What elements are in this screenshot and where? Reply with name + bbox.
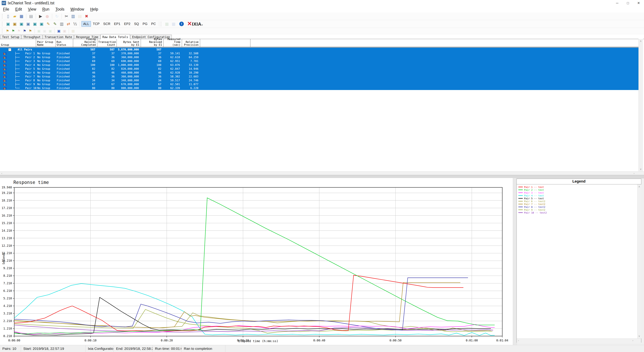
edit-pair-icon[interactable]: ✎ [45, 21, 51, 27]
column-header-measured-time-sec[interactable]: MeasuredTime (sec) [164, 39, 182, 47]
column-header-transaction-count[interactable]: TransactionCount [97, 39, 117, 47]
table-row-pair-5[interactable]: ├──Pair 5No GroupFinished8282820,000,000… [0, 67, 638, 71]
print-icon[interactable]: ▤ [28, 13, 34, 19]
tab-test-setup[interactable]: Test Setup [0, 35, 21, 39]
filter-sq[interactable]: SQ [132, 21, 140, 27]
add-voip-mc-group-icon[interactable]: ▣ [38, 21, 44, 27]
new-document-icon[interactable]: ▯ [5, 13, 11, 19]
column-header-bytes-received-by-e1[interactable]: Bytes Receivedby E1 [141, 39, 164, 47]
close-button[interactable]: ✕ [633, 0, 644, 6]
legend-item-pair-1-test[interactable]: Pair 1 -- test [518, 186, 547, 188]
menu-edit[interactable]: Edit [12, 6, 25, 12]
table-row-pair-7[interactable]: ├──Pair 7No GroupFinished3636360,000,000… [0, 75, 638, 78]
menu-run[interactable]: Run [39, 6, 52, 12]
chart-legend-splitter[interactable] [513, 178, 517, 345]
legend-item-pair-6-test2[interactable]: Pair 6 -- test2 [518, 200, 547, 203]
link-pairs-icon[interactable]: ▣ [56, 28, 62, 33]
y-tick-label: 5.210 [3, 297, 12, 300]
table-vertical-scrollbar[interactable]: ∧∨ [638, 39, 643, 171]
legend-item-pair-9-test2[interactable]: Pair 9 -- test2 [518, 208, 547, 211]
add-pair-group-icon[interactable]: ▣ [25, 21, 31, 27]
tab-raw-data-totals[interactable]: Raw Data Totals [100, 34, 130, 39]
response-time-chart-panel: Response time Seconds 19.94019.21018.210… [0, 178, 513, 345]
expander-icon[interactable]: − [8, 48, 11, 51]
info-icon[interactable]: ! [179, 22, 184, 26]
table-row-pair-8[interactable]: ├──Pair 8No GroupFinished3434340,000,000… [0, 78, 638, 82]
table-row-pair-10[interactable]: └──Pair 10No GroupFinished8080800,000,00… [0, 86, 638, 90]
menu-help[interactable]: Help [87, 6, 101, 12]
table-row-all-pairs[interactable]: −All Pairs5875875,870,000,000587 [0, 48, 638, 51]
open-folder-icon[interactable]: ▰ [12, 13, 18, 19]
renumber-pairs-icon[interactable]: ½ [72, 21, 78, 27]
tree-connector: ├── [15, 59, 20, 63]
column-header-timing-records-completed[interactable]: Timing RecordsCompleted [73, 39, 97, 47]
add-pair-icon[interactable]: ▣ [5, 21, 11, 27]
delete-icon[interactable]: ✖ [84, 13, 90, 19]
menu-tools[interactable]: Tools [52, 6, 68, 12]
legend-item-pair-4-test[interactable]: Pair 4 -- test [518, 194, 547, 197]
column-header-pair-group-name[interactable]: Pair GroupName [36, 39, 56, 47]
cut-icon[interactable]: ✂ [64, 13, 70, 19]
legend-item-pair-2-test[interactable]: Pair 2 -- test [518, 188, 547, 191]
tab-transaction-rate[interactable]: Transaction Rate [43, 35, 74, 39]
scroll-up-icon[interactable]: ∧ [638, 185, 640, 188]
scroll-left-icon[interactable]: ‹ [518, 339, 519, 342]
minimize-button[interactable]: ─ [612, 0, 622, 6]
save-icon[interactable]: ▦ [18, 13, 24, 19]
legend-vertical-scrollbar[interactable]: ∧∨ [637, 184, 641, 339]
legend-item-pair-5-test[interactable]: Pair 5 -- test [518, 197, 547, 200]
scroll-right-icon[interactable]: › [632, 339, 633, 342]
table-row-pair-2[interactable]: ├──Pair 2No GroupFinished3636360,000,000… [0, 55, 638, 59]
add-multicast-group-icon[interactable]: ▣ [32, 21, 38, 27]
legend-item-pair-3-test[interactable]: Pair 3 -- test [518, 191, 547, 194]
cell-pair-group: No Group [37, 71, 50, 75]
cell-pair-name: Pair 5 [25, 67, 35, 71]
table-horizontal-scrollbar[interactable]: ‹› [0, 171, 644, 175]
scroll-down-icon[interactable]: ∨ [640, 167, 642, 171]
run-with-options-flag-icon[interactable]: ⚑ [11, 28, 16, 33]
filter-pg[interactable]: PG [141, 21, 149, 27]
column-header-spacer[interactable] [200, 39, 250, 47]
add-hardware-pair-icon[interactable]: ▣ [18, 21, 24, 27]
table-row-pair-4[interactable]: ├──Pair 4No GroupFinished1001001,000,000… [0, 63, 638, 67]
abandon-run-flag-icon[interactable]: ⚑ [22, 28, 27, 33]
menu-view[interactable]: View [25, 6, 39, 12]
add-voip-pair-icon[interactable]: ▣ [12, 21, 18, 27]
legend-label: Pair 3 -- test [524, 191, 544, 194]
table-row-pair-3[interactable]: ├──Pair 3No GroupFinished6969690,000,000… [0, 59, 638, 63]
run-test-flag-icon[interactable]: ⚑ [5, 28, 10, 33]
scroll-down-icon[interactable]: ∨ [638, 334, 640, 338]
legend-item-pair-10-test2[interactable]: Pair 10 -- test2 [518, 211, 547, 214]
table-row-pair-1[interactable]: ├──Pair 1No GroupFinished3737370,000,000… [0, 51, 638, 55]
copy-icon[interactable]: ▥ [70, 13, 76, 19]
run-person-icon[interactable]: ▶ [38, 13, 44, 19]
panel-splitter[interactable] [0, 175, 644, 178]
column-header-relative-precision[interactable]: RelativePrecision [182, 39, 200, 47]
filter-all[interactable]: ALL [82, 21, 91, 27]
scroll-right-icon[interactable]: › [634, 171, 634, 175]
filter-ep2[interactable]: EP2 [122, 21, 132, 27]
legend-item-pair-7-test2[interactable]: Pair 7 -- test2 [518, 203, 547, 206]
replicate-pair-icon[interactable]: ▥ [59, 21, 65, 27]
maximize-button[interactable]: □ [622, 0, 633, 6]
legend-item-pair-8-test2[interactable]: Pair 8 -- test2 [518, 206, 547, 208]
cell-relative-precision: 6.220 [162, 86, 198, 90]
menu-window[interactable]: Window [68, 6, 87, 12]
filter-ep1[interactable]: EP1 [112, 21, 122, 27]
scroll-left-icon[interactable]: ‹ [1, 171, 2, 175]
filter-pc[interactable]: PC [150, 21, 158, 27]
scroll-up-icon[interactable]: ∧ [640, 39, 642, 43]
legend-horizontal-scrollbar[interactable]: ‹› [517, 339, 641, 343]
swap-endpoints-icon[interactable]: ⇄ [66, 21, 72, 27]
table-row-pair-6[interactable]: ├──Pair 6No GroupFinished4646460,000,000… [0, 71, 638, 75]
filter-scr[interactable]: SCR [102, 21, 112, 27]
table-row-pair-9[interactable]: ├──Pair 9No GroupFinished6767670,000,000… [0, 82, 638, 86]
column-header-run-status[interactable]: Run Status [56, 39, 73, 47]
menu-file[interactable]: File [0, 6, 12, 12]
pair-wizard-icon[interactable]: ✎ [52, 21, 58, 27]
save-results-flag-icon[interactable]: ⚑ [28, 28, 33, 33]
tab-throughput[interactable]: Throughput [22, 35, 42, 39]
filter-tcp[interactable]: TCP [91, 21, 101, 27]
column-header-bytes-sent-by-e1[interactable]: Bytes Sentby E1 [117, 39, 141, 47]
column-header-group[interactable]: Group [0, 39, 36, 47]
